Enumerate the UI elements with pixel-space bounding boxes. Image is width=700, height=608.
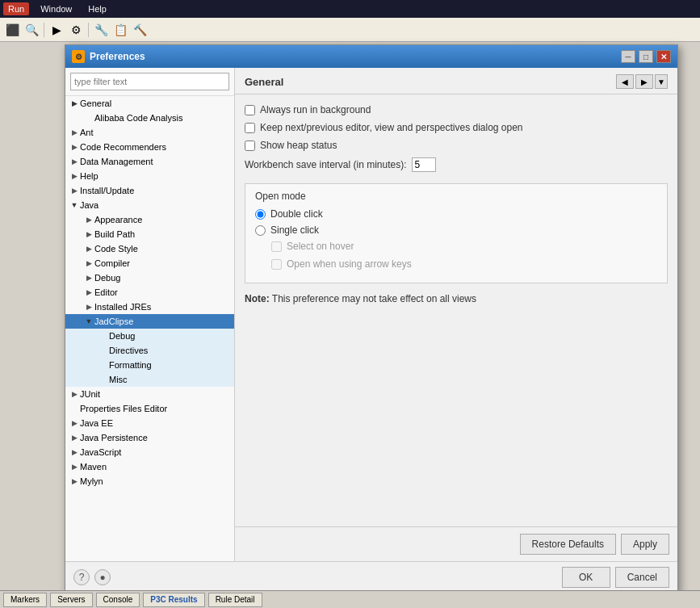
tree-label-code-recommenders: Code Recommenders	[80, 142, 231, 152]
menu-help[interactable]: Help	[83, 2, 111, 15]
toolbar: ⬛ 🔍 ▶ ⚙ 🔧 📋 🔨	[0, 18, 700, 42]
tree-item-ant[interactable]: ▶ Ant	[65, 125, 234, 140]
tree-label-install-update: Install/Update	[80, 186, 231, 195]
tree-item-properties-files[interactable]: Properties Files Editor	[65, 401, 234, 416]
tree-item-jad-debug[interactable]: Debug	[65, 329, 234, 343]
tree-arrow-ant: ▶	[69, 127, 80, 138]
tree-label-properties-files: Properties Files Editor	[80, 404, 231, 413]
note-content: This preference may not take effect on a…	[272, 293, 476, 304]
ok-button[interactable]: OK	[562, 567, 610, 588]
always-run-checkbox[interactable]	[245, 105, 255, 115]
double-click-radio[interactable]	[255, 209, 266, 220]
show-heap-checkbox[interactable]	[245, 140, 255, 151]
tree-item-java-ee[interactable]: ▶ Java EE	[65, 416, 234, 430]
maximize-button[interactable]: □	[639, 50, 653, 63]
tree-item-data-management[interactable]: ▶ Data Management	[65, 154, 234, 169]
tree-item-maven[interactable]: ▶ Maven	[65, 459, 234, 474]
keep-editor-checkbox[interactable]	[245, 123, 255, 133]
tree-arrow-general: ▶	[69, 98, 80, 109]
restore-defaults-button[interactable]: Restore Defaults	[520, 534, 616, 555]
dialog-title-left: ⚙ Preferences	[72, 50, 145, 63]
nav-dropdown-button[interactable]: ▼	[655, 74, 668, 89]
select-hover-checkbox[interactable]	[271, 241, 282, 252]
apply-button[interactable]: Apply	[621, 534, 669, 555]
tree-item-editor[interactable]: ▶ Editor	[65, 285, 234, 300]
tree-item-install-update[interactable]: ▶ Install/Update	[65, 183, 234, 198]
tree-item-java[interactable]: ▼ Java	[65, 198, 234, 212]
tree-item-code-recommenders[interactable]: ▶ Code Recommenders	[65, 140, 234, 154]
preferences-dialog: ⚙ Preferences ─ □ ✕ ▶ General Alibaba Co…	[65, 44, 678, 593]
tree-item-debug[interactable]: ▶ Debug	[65, 270, 234, 285]
open-mode-group: Open mode Double click Single click Sele…	[245, 183, 668, 283]
toolbar-btn-7[interactable]: 🔨	[131, 21, 149, 39]
tree-item-compiler[interactable]: ▶ Compiler	[65, 256, 234, 270]
close-button[interactable]: ✕	[656, 50, 671, 63]
nav-buttons: ◀ ▶ ▼	[616, 74, 668, 89]
keep-editor-label[interactable]: Keep next/previous editor, view and pers…	[260, 122, 523, 133]
show-heap-label[interactable]: Show heap status	[260, 140, 337, 151]
toolbar-sep-1	[44, 23, 44, 37]
action-buttons-row: Restore Defaults Apply	[235, 526, 677, 561]
help-icon[interactable]: ?	[73, 569, 90, 585]
always-run-label[interactable]: Always run in background	[260, 104, 371, 115]
footer-icons: ? ●	[73, 569, 111, 585]
tree-arrow-alibaba	[83, 112, 94, 124]
menu-window[interactable]: Window	[36, 2, 77, 15]
tree-arrow-properties-files	[69, 403, 80, 414]
taskbar-tab-rule-detail[interactable]: Rule Detail	[208, 593, 262, 607]
tree-item-build-path[interactable]: ▶ Build Path	[65, 227, 234, 241]
taskbar-tab-p3c[interactable]: P3C Results	[143, 593, 204, 607]
tree-item-alibaba[interactable]: Alibaba Code Analysis	[65, 111, 234, 125]
tree-item-installed-jres[interactable]: ▶ Installed JREs	[65, 300, 234, 314]
tree-item-junit[interactable]: ▶ JUnit	[65, 387, 234, 401]
taskbar-tab-servers[interactable]: Servers	[50, 593, 92, 607]
nav-back-button[interactable]: ◀	[616, 74, 634, 89]
tree-item-jad-formatting[interactable]: Formatting	[65, 358, 234, 372]
tree-label-mylyn: Mylyn	[80, 476, 231, 486]
tree-item-javascript[interactable]: ▶ JavaScript	[65, 445, 234, 459]
tree-arrow-javascript: ▶	[69, 447, 80, 458]
taskbar-tab-markers[interactable]: Markers	[3, 593, 47, 607]
tree-item-jad-directives[interactable]: Directives	[65, 343, 234, 358]
workbench-interval-input[interactable]	[412, 157, 436, 172]
tree-label-jad-misc: Misc	[109, 375, 231, 384]
filter-area	[65, 68, 234, 96]
tree-label-code-style: Code Style	[94, 244, 231, 254]
tree-item-mylyn[interactable]: ▶ Mylyn	[65, 474, 234, 488]
toolbar-btn-6[interactable]: 📋	[111, 21, 129, 39]
tree-arrow-jad-formatting	[98, 359, 109, 371]
open-arrow-label: Open when using arrow keys	[287, 258, 412, 270]
tree-item-jadclipse[interactable]: ▼ JadClipse	[65, 314, 234, 329]
cancel-button[interactable]: Cancel	[615, 567, 669, 588]
show-heap-row: Show heap status	[245, 140, 668, 151]
tree-area: ▶ General Alibaba Code Analysis ▶ Ant ▶ …	[65, 96, 234, 561]
filter-input[interactable]	[70, 73, 229, 90]
tree-item-general[interactable]: ▶ General	[65, 96, 234, 111]
minimize-button[interactable]: ─	[621, 50, 635, 63]
tree-item-jad-misc[interactable]: Misc	[65, 372, 234, 387]
tree-item-code-style[interactable]: ▶ Code Style	[65, 241, 234, 256]
double-click-label[interactable]: Double click	[270, 208, 323, 220]
tree-item-java-persistence[interactable]: ▶ Java Persistence	[65, 430, 234, 445]
single-click-label[interactable]: Single click	[270, 224, 319, 236]
select-hover-row: Select on hover	[271, 241, 657, 252]
tree-label-javascript: JavaScript	[80, 447, 231, 457]
select-hover-label: Select on hover	[287, 241, 354, 252]
toolbar-btn-5[interactable]: 🔧	[92, 21, 110, 39]
taskbar-tab-console[interactable]: Console	[96, 593, 140, 607]
open-arrow-checkbox[interactable]	[271, 259, 282, 270]
nav-forward-button[interactable]: ▶	[635, 74, 653, 89]
tree-arrow-installed-jres: ▶	[83, 301, 94, 312]
open-arrow-row: Open when using arrow keys	[271, 258, 657, 270]
single-click-radio[interactable]	[255, 225, 266, 236]
toolbar-btn-4[interactable]: ⚙	[67, 21, 85, 39]
tree-item-appearance[interactable]: ▶ Appearance	[65, 212, 234, 227]
dialog-title-controls: ─ □ ✕	[621, 50, 671, 63]
tree-arrow-java-persistence: ▶	[69, 432, 80, 443]
info-icon[interactable]: ●	[94, 569, 111, 585]
tree-item-help[interactable]: ▶ Help	[65, 169, 234, 183]
toolbar-btn-3[interactable]: ▶	[48, 21, 65, 39]
menu-run[interactable]: Run	[3, 2, 29, 15]
toolbar-btn-2[interactable]: 🔍	[23, 21, 40, 39]
toolbar-btn-1[interactable]: ⬛	[3, 21, 21, 39]
